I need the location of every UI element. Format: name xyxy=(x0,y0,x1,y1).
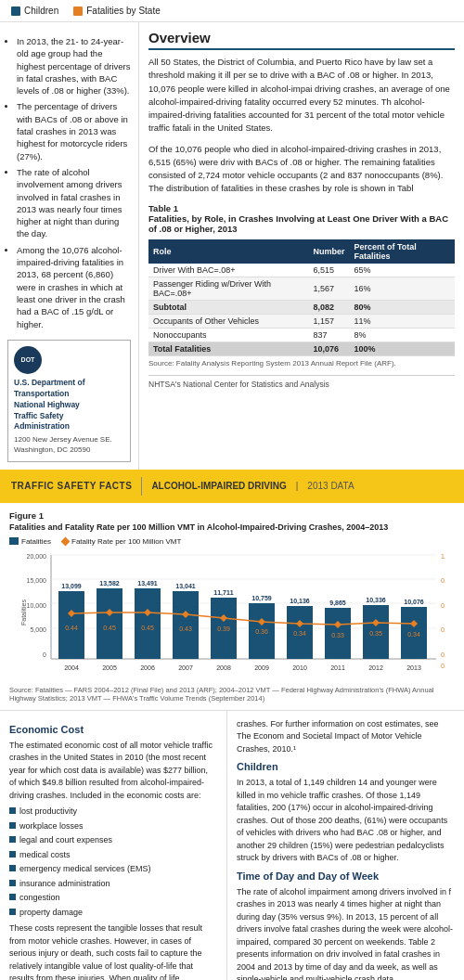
children-title: Children xyxy=(237,761,455,772)
list-item: emergency medical services (EMS) xyxy=(9,863,217,876)
svg-text:0.39: 0.39 xyxy=(217,625,230,632)
bullet-icon xyxy=(9,836,16,843)
children-timeofday-section: crashes. For further information on cost… xyxy=(227,711,464,980)
svg-text:0.45: 0.45 xyxy=(103,625,116,631)
nhtsa-address: 1200 New Jersey Avenue SE. Washington, D… xyxy=(14,434,124,455)
svg-text:0: 0 xyxy=(43,651,46,658)
legend-rate-icon xyxy=(61,536,71,546)
traffic-safety-banner: TRAFFIC SAFETY FACTS ALCOHOL-IMPAIRED DR… xyxy=(0,470,464,503)
svg-text:13,041: 13,041 xyxy=(175,583,196,590)
sidebar-bullet-3: The rate of alcohol involvement among dr… xyxy=(17,166,131,240)
banner-topic: ALCOHOL-IMPAIRED DRIVING xyxy=(151,481,286,491)
table-row: Nonoccupants 837 8% xyxy=(148,328,455,342)
nhtsa-full-name: National Highway Traffic Safety Administ… xyxy=(14,400,124,433)
figure-number: Figure 1 xyxy=(9,510,455,521)
left-sidebar: In 2013, the 21- to 24-year-old age grou… xyxy=(0,22,139,470)
svg-text:13,582: 13,582 xyxy=(99,580,120,587)
svg-text:2013: 2013 xyxy=(406,664,421,671)
economic-cost-text1: The estimated economic cost of all motor… xyxy=(9,740,217,803)
nhtsa-emblem: DOT xyxy=(14,346,42,374)
economic-cost-text2: These costs represent the tangible losse… xyxy=(9,922,217,980)
svg-text:2012: 2012 xyxy=(368,664,383,671)
svg-text:10,759: 10,759 xyxy=(251,595,272,602)
list-item: medical costs xyxy=(9,849,217,862)
economic-cost-title: Economic Cost xyxy=(9,724,217,735)
bullet-icon xyxy=(9,880,16,886)
legend-rate-text: Fatality Rate per 100 Million VMT xyxy=(71,537,181,546)
bullet-icon xyxy=(9,865,16,871)
svg-text:2008: 2008 xyxy=(216,664,231,671)
svg-text:0.44: 0.44 xyxy=(65,625,78,631)
svg-text:20,000: 20,000 xyxy=(27,553,47,560)
legend-dot-fatalities xyxy=(73,6,83,16)
svg-text:0.34: 0.34 xyxy=(293,630,306,637)
svg-text:11,711: 11,711 xyxy=(213,589,234,597)
svg-text:0.43: 0.43 xyxy=(179,625,192,632)
bar-2006 xyxy=(135,588,161,659)
sidebar-bullets: In 2013, the 21- to 24-year-old age grou… xyxy=(17,35,131,330)
table-row: Occupants of Other Vehicles 1,157 11% xyxy=(148,314,455,328)
table-caption: Table 1 Fatalities, by Role, in Crashes … xyxy=(148,203,455,234)
bottom-section: Economic Cost The estimated economic cos… xyxy=(0,711,464,980)
list-item: insurance administration xyxy=(9,878,217,891)
table-row: Driver With BAC=.08+ 6,515 65% xyxy=(148,264,455,277)
chart-legend: Fatalities Fatality Rate per 100 Million… xyxy=(9,537,455,546)
col-percent: Percent of Total Fatalities xyxy=(349,239,455,264)
fatalities-table: Role Number Percent of Total Fatalities … xyxy=(148,239,455,356)
bullet-icon xyxy=(9,822,16,829)
svg-text:9,865: 9,865 xyxy=(329,600,346,607)
chart-source: Source: Fatalities — FARS 2004–2012 (Fin… xyxy=(9,686,455,703)
legend-fatalities-label: Fatalities by State xyxy=(86,6,160,16)
bullet-icon xyxy=(9,807,16,814)
svg-text:0.20: 0.20 xyxy=(441,651,445,658)
legend-bar: Children Fatalities by State xyxy=(0,0,464,22)
bullet-icon xyxy=(9,894,16,900)
col-role: Role xyxy=(148,239,308,264)
svg-text:0.35: 0.35 xyxy=(369,630,382,637)
svg-text:Fatalities: Fatalities xyxy=(20,599,27,625)
table-row: Passenger Riding w/Driver With BAC=.08+ … xyxy=(148,277,455,300)
svg-text:10,076: 10,076 xyxy=(404,599,424,606)
cost-intro-text: crashes. For further information on cost… xyxy=(237,718,455,756)
list-item: congestion xyxy=(9,892,217,905)
table-row-subtotal: Subtotal 8,082 80% xyxy=(148,300,455,314)
svg-text:5,000: 5,000 xyxy=(30,626,46,633)
svg-text:0.80: 0.80 xyxy=(441,577,445,584)
legend-children: Children xyxy=(11,6,58,16)
main-overview-layout: In 2013, the 21- to 24-year-old age grou… xyxy=(0,22,464,470)
svg-text:2006: 2006 xyxy=(140,664,155,671)
list-item: workplace losses xyxy=(9,820,217,833)
children-text: In 2013, a total of 1,149 children 14 an… xyxy=(237,777,455,865)
legend-fatalities: Fatalities xyxy=(9,537,51,546)
svg-text:2005: 2005 xyxy=(102,664,117,671)
table-row-total: Total Fatalities 10,076 100% xyxy=(148,342,455,355)
sidebar-bullet-4: Among the 10,076 alcohol-impaired-drivin… xyxy=(17,244,131,330)
time-of-day-title: Time of Day and Day of Week xyxy=(237,870,455,882)
sidebar-bullet-2: The percentage of drivers with BACs of .… xyxy=(17,100,131,161)
banner-divider xyxy=(141,477,142,496)
legend-fatalities-state: Fatalities by State xyxy=(73,6,160,16)
figure-title: Fatalities and Fatality Rate per 100 Mil… xyxy=(9,522,455,532)
overview-text-1: All 50 States, the District of Columbia,… xyxy=(148,56,455,135)
svg-text:0.60: 0.60 xyxy=(441,602,445,609)
col-number: Number xyxy=(308,239,349,264)
svg-text:10,336: 10,336 xyxy=(366,597,386,604)
nhtsa-logo-block: DOT U.S. Department of Transportation Na… xyxy=(7,340,131,462)
svg-text:0.00: 0.00 xyxy=(441,663,445,669)
svg-text:13,099: 13,099 xyxy=(61,583,82,590)
table-source: Source: Fatality Analysis Reporting Syst… xyxy=(148,359,455,368)
overview-section: Overview All 50 States, the District of … xyxy=(139,22,464,470)
banner-pipe: | xyxy=(296,481,299,491)
svg-text:2011: 2011 xyxy=(330,664,345,671)
svg-text:0.34: 0.34 xyxy=(407,631,420,638)
svg-text:13,491: 13,491 xyxy=(137,580,158,587)
svg-text:0.36: 0.36 xyxy=(255,628,268,635)
legend-dot-children xyxy=(11,6,20,16)
economic-cost-list: lost productivity workplace losses legal… xyxy=(9,806,217,919)
nhtsa-center-label: NHTSA's National Center for Statistics a… xyxy=(148,375,455,389)
sidebar-bullet-1: In 2013, the 21- to 24-year-old age grou… xyxy=(17,35,131,97)
svg-text:2009: 2009 xyxy=(254,664,269,671)
overview-text-2: Of the 10,076 people who died in alcohol… xyxy=(148,143,455,196)
legend-fatalities-text: Fatalities xyxy=(21,537,51,546)
list-item: legal and court expenses xyxy=(9,834,217,847)
